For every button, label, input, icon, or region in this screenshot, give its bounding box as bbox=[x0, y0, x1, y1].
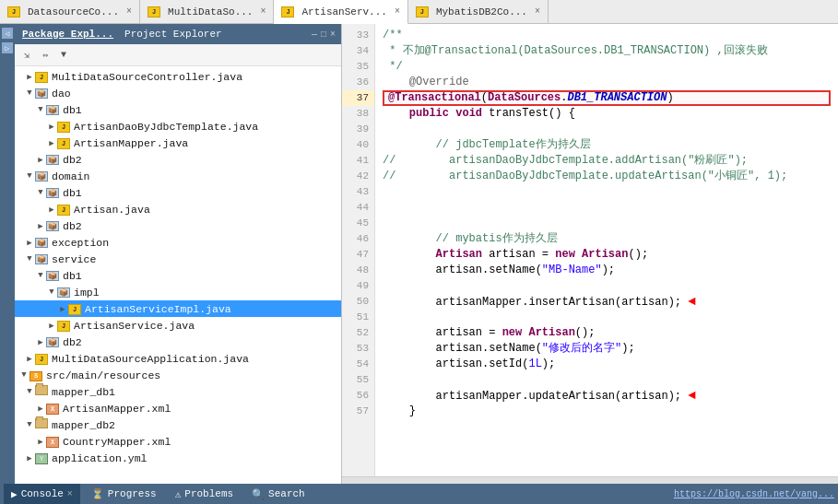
line-35: 35 bbox=[342, 59, 374, 75]
code-line-47: Artisan artisan = new Artisan(); bbox=[383, 247, 831, 263]
line-47: 47 bbox=[342, 247, 374, 263]
code-line-45 bbox=[383, 216, 831, 231]
tab-package-explorer[interactable]: Package Expl... bbox=[20, 29, 115, 40]
code-line-54: artisan.setId(1L); bbox=[383, 357, 831, 372]
line-51: 51 bbox=[342, 310, 374, 325]
tree-item-artisan-mapper-xml[interactable]: ▶ X ArtisanMapper.xml bbox=[15, 400, 341, 416]
line-57: 57 bbox=[342, 404, 374, 419]
horizontal-scrollbar[interactable] bbox=[342, 476, 838, 484]
line-39: 39 bbox=[342, 122, 374, 137]
code-line-38: public void transTest() { bbox=[383, 106, 831, 122]
tab-bar: J DatasourceCo... × J MultiDataSo... × J… bbox=[0, 0, 838, 24]
file-tree: ▶ J MultiDataSourceController.java ▼ 📦 d… bbox=[15, 66, 341, 484]
progress-icon: ⏳ bbox=[91, 488, 104, 500]
tree-item-country-mapper-xml[interactable]: ▶ X CountryMapper.xml bbox=[15, 433, 341, 450]
code-line-41: // artisanDaoByJdbcTemplate.addArtisan("… bbox=[383, 153, 831, 169]
view-menu-button[interactable]: ▼ bbox=[55, 47, 72, 64]
collapse-all-button[interactable]: ⇲ bbox=[18, 47, 35, 64]
tree-arrow[interactable]: ▶ bbox=[24, 72, 35, 82]
line-44: 44 bbox=[342, 200, 374, 216]
bottom-tab-console[interactable]: ▶ Console × bbox=[4, 484, 80, 504]
tree-item-service-db2[interactable]: ▶ 📦 db2 bbox=[15, 334, 341, 350]
line-34: 34 bbox=[342, 43, 374, 59]
tree-item-service-db1[interactable]: ▼ 📦 db1 bbox=[15, 267, 341, 284]
line-49: 49 bbox=[342, 278, 374, 294]
tab-artisan[interactable]: J ArtisanServ... × bbox=[274, 0, 407, 24]
link-editor-button[interactable]: ⇔ bbox=[37, 47, 53, 64]
tree-item-mapper-db2[interactable]: ▼ mapper_db2 bbox=[15, 416, 341, 433]
tree-item-artisan-java[interactable]: ▶ J Artisan.java bbox=[15, 201, 341, 217]
line-48: 48 bbox=[342, 263, 374, 278]
close-panel-icon[interactable]: × bbox=[330, 29, 336, 40]
tab-close-mybatis[interactable]: × bbox=[535, 6, 540, 17]
tree-item-artisandao-jdbc[interactable]: ▶ J ArtisanDaoByJdbcTemplate.java bbox=[15, 118, 341, 135]
code-line-48: artisan.setName("MB-Name"); bbox=[383, 263, 831, 278]
tab-close-multidata[interactable]: × bbox=[260, 6, 266, 17]
tree-arrow-dao[interactable]: ▼ bbox=[24, 88, 35, 98]
side-icon-2[interactable]: ▷ bbox=[2, 42, 13, 53]
line-33: 33 bbox=[342, 28, 374, 43]
tree-item-exception[interactable]: ▶ 📦 exception bbox=[15, 234, 341, 251]
code-editor: 33 34 35 36 37 38 39 40 41 42 43 44 45 4… bbox=[342, 24, 838, 484]
tab-close-datasource[interactable]: × bbox=[126, 6, 132, 17]
line-37: 37 bbox=[342, 90, 374, 106]
tree-item-multidatasource-controller[interactable]: ▶ J MultiDataSourceController.java bbox=[15, 68, 341, 85]
panel-header-icons: — □ × bbox=[312, 29, 336, 40]
tree-item-domain-db1[interactable]: ▼ 📦 db1 bbox=[15, 184, 341, 201]
line-36: 36 bbox=[342, 75, 374, 90]
line-55: 55 bbox=[342, 372, 374, 388]
console-tab-close[interactable]: × bbox=[67, 489, 73, 499]
tab-multidata[interactable]: J MultiDataSo... × bbox=[140, 0, 274, 23]
code-line-39 bbox=[383, 122, 831, 137]
problems-icon: ⚠ bbox=[175, 488, 182, 500]
code-line-57: } bbox=[383, 404, 831, 419]
code-line-51 bbox=[383, 310, 831, 325]
left-side-icons: ◁ ▷ bbox=[0, 24, 15, 484]
code-line-52: artisan = new Artisan(); bbox=[383, 325, 831, 341]
tree-item-artisan-service[interactable]: ▶ J ArtisanService.java bbox=[15, 317, 341, 334]
line-54: 54 bbox=[342, 357, 374, 372]
side-icon-1[interactable]: ◁ bbox=[2, 28, 13, 39]
tree-item-dao-db2[interactable]: ▶ 📦 db2 bbox=[15, 151, 341, 168]
bottom-tab-search[interactable]: 🔍 Search bbox=[244, 484, 313, 504]
tree-item-application-yml[interactable]: ▶ Y application.yml bbox=[15, 450, 341, 466]
tab-datasource[interactable]: J DatasourceCo... × bbox=[0, 0, 140, 23]
left-panel: Package Expl... Project Explorer — □ × ⇲… bbox=[15, 24, 342, 484]
panel-header-title: Package Expl... Project Explorer bbox=[20, 29, 224, 40]
tree-item-dao[interactable]: ▼ 📦 dao bbox=[15, 85, 341, 101]
tree-item-domain-db2[interactable]: ▶ 📦 db2 bbox=[15, 217, 341, 234]
line-41: 41 bbox=[342, 153, 374, 169]
tab-mybatis[interactable]: J MybatisDB2Co... × bbox=[408, 0, 549, 23]
code-line-46: // mybatis作为持久层 bbox=[383, 231, 831, 247]
minimize-icon[interactable]: — bbox=[312, 29, 317, 40]
line-46: 46 bbox=[342, 231, 374, 247]
search-icon: 🔍 bbox=[252, 488, 265, 500]
code-area[interactable]: 33 34 35 36 37 38 39 40 41 42 43 44 45 4… bbox=[342, 24, 838, 476]
line-40: 40 bbox=[342, 137, 374, 153]
tree-item-domain[interactable]: ▼ 📦 domain bbox=[15, 168, 341, 184]
tree-item-multidatasource-app[interactable]: ▶ J MultiDataSourceApplication.java bbox=[15, 350, 341, 367]
code-line-43 bbox=[383, 184, 831, 200]
tab-close-artisan[interactable]: × bbox=[395, 6, 400, 17]
code-lines: /** * 不加@Transactional(DataSources.DB1_T… bbox=[375, 24, 838, 476]
maximize-icon[interactable]: □ bbox=[321, 29, 326, 40]
code-line-40: // jdbcTemplate作为持久层 bbox=[383, 137, 831, 153]
code-line-44 bbox=[383, 200, 831, 216]
panel-header: Package Expl... Project Explorer — □ × bbox=[15, 24, 341, 44]
bottom-tab-progress[interactable]: ⏳ Progress bbox=[84, 484, 164, 504]
bottom-link[interactable]: https://blog.csdn.net/yang... bbox=[674, 489, 834, 499]
line-42: 42 bbox=[342, 169, 374, 184]
tree-item-mapper-db1[interactable]: ▼ mapper_db1 bbox=[15, 383, 341, 400]
tree-item-dao-db1[interactable]: ▼ 📦 db1 bbox=[15, 101, 341, 118]
bottom-tab-problems[interactable]: ⚠ Problems bbox=[168, 484, 241, 504]
line-50: 50 bbox=[342, 294, 374, 310]
tree-item-service[interactable]: ▼ 📦 service bbox=[15, 251, 341, 267]
tab-project-explorer[interactable]: Project Explorer bbox=[123, 29, 224, 40]
line-56: 56 bbox=[342, 388, 374, 404]
tree-item-impl[interactable]: ▼ 📦 impl bbox=[15, 284, 341, 300]
tree-item-src-resources[interactable]: ▼ S src/main/resources bbox=[15, 367, 341, 383]
code-line-35: */ bbox=[383, 59, 831, 75]
tree-item-artisan-service-impl[interactable]: ▶ J ArtisanServiceImpl.java bbox=[15, 300, 341, 317]
tree-item-artisanmapper[interactable]: ▶ J ArtisanMapper.java bbox=[15, 135, 341, 151]
code-line-37: @Transactional(DataSources.DB1_TRANSACTI… bbox=[383, 90, 831, 106]
